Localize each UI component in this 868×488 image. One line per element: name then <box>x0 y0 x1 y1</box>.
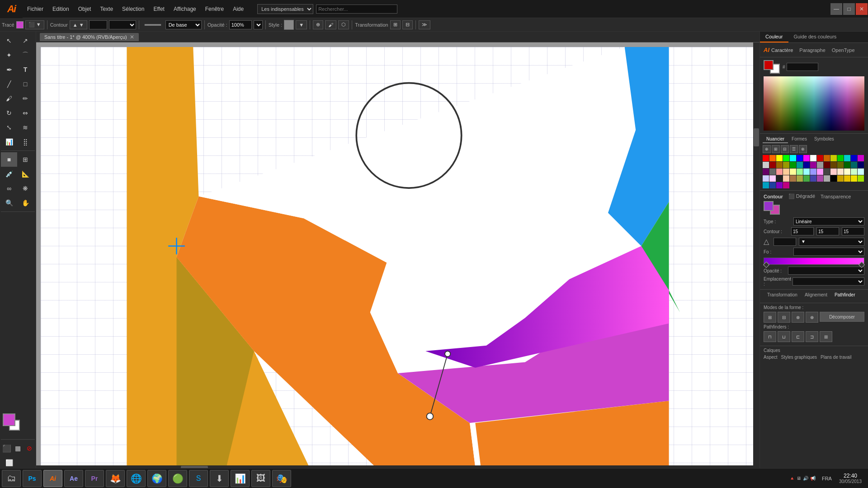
menu-affichage[interactable]: Affichage <box>169 0 201 18</box>
select-tool[interactable]: ↖ <box>1 33 17 48</box>
swatch-cell-14[interactable] <box>858 155 864 161</box>
menu-selection[interactable]: Sélection <box>118 0 149 18</box>
pf-pf-5[interactable]: ⊞ <box>820 331 832 342</box>
tab-nuancier[interactable]: Nuancier <box>763 136 788 143</box>
brush-tool[interactable]: 🖌 <box>1 91 17 106</box>
swatch-cell-5[interactable] <box>797 155 803 161</box>
swatch-cell-26[interactable] <box>837 162 844 168</box>
pf-pf-3[interactable]: ⊏ <box>792 331 804 342</box>
grad-fg-swatch[interactable] <box>764 201 774 211</box>
vertical-scrollbar[interactable] <box>753 42 760 472</box>
graph-tool[interactable]: 📊 <box>1 135 17 149</box>
swatch-cell-18[interactable] <box>783 162 789 168</box>
symbol-tool[interactable]: ❋ <box>17 181 33 196</box>
swatch-cell-48[interactable] <box>783 175 789 182</box>
swatch-cell-11[interactable] <box>837 155 844 161</box>
swatch-cell-9[interactable] <box>824 155 830 161</box>
gradient-mode-btn[interactable]: ▦ <box>12 441 24 455</box>
opacite-select[interactable] <box>788 267 864 275</box>
none-mode-btn[interactable]: ⊘ <box>24 441 35 455</box>
swatch-cell-57[interactable] <box>844 175 850 182</box>
swatch-cell-2[interactable] <box>776 155 783 161</box>
tab-pathfinder[interactable]: Pathfinder <box>831 291 859 299</box>
swatch-cell-55[interactable] <box>830 175 837 182</box>
opacity-input[interactable] <box>229 20 252 29</box>
contour-btn[interactable]: ▲ ▼ <box>70 20 87 29</box>
menu-fenetre[interactable]: Fenêtre <box>201 0 228 18</box>
taskbar-utorrent[interactable]: ⬇ <box>210 470 229 487</box>
taskbar-chrome[interactable]: 🟢 <box>168 470 187 487</box>
swatch-cell-0[interactable] <box>763 155 769 161</box>
magic-wand-tool[interactable]: ✦ <box>1 48 17 62</box>
zoom-tool[interactable]: 🔍 <box>1 196 17 210</box>
swatch-cell-63[interactable] <box>783 182 789 188</box>
blend-tool[interactable]: ∞ <box>1 181 17 196</box>
pf-pf-4[interactable]: ⊐ <box>806 331 818 342</box>
menu-aide[interactable]: Aide <box>228 0 248 18</box>
nuancier-btn-3[interactable]: ⊟ <box>781 145 789 153</box>
taskbar-excel[interactable]: 📊 <box>231 470 250 487</box>
rect-tool[interactable]: □ <box>17 77 33 91</box>
swatch-cell-31[interactable] <box>769 169 776 175</box>
angle-select[interactable]: ▼ <box>799 238 864 246</box>
menu-edition[interactable]: Edition <box>48 0 74 18</box>
swatch-cell-28[interactable] <box>851 162 857 168</box>
mirror-tool[interactable]: ⇔ <box>17 106 33 120</box>
tab-symboles[interactable]: Symboles <box>811 136 838 143</box>
opacity-select[interactable]: ▼ <box>254 20 263 29</box>
pf-mode-4[interactable]: ⊕ <box>806 312 818 323</box>
lasso-tool[interactable]: ⌒ <box>17 48 33 62</box>
swatch-cell-35[interactable] <box>797 169 803 175</box>
color-fg-swatch[interactable] <box>764 60 774 70</box>
hex-input[interactable]: 54DA2D <box>787 63 818 71</box>
nuancier-btn-2[interactable]: ⊞ <box>772 145 780 153</box>
swatch-cell-29[interactable] <box>858 162 864 168</box>
tab-transformation[interactable]: Transformation <box>764 291 801 299</box>
swatch-cell-41[interactable] <box>837 169 844 175</box>
para-label[interactable]: Paragraphe <box>799 47 826 53</box>
swatch-cell-1[interactable] <box>769 155 776 161</box>
swatch-cell-6[interactable] <box>803 155 810 161</box>
swatch-cell-3[interactable] <box>783 155 789 161</box>
swatch-cell-19[interactable] <box>790 162 796 168</box>
style-btn[interactable]: ▼ <box>296 20 307 29</box>
nuancier-btn-4[interactable]: ☰ <box>790 145 798 153</box>
pf-pf-2[interactable]: ⊔ <box>778 331 790 342</box>
transform-btn1[interactable]: ⊞ <box>390 20 401 29</box>
swatch-cell-25[interactable] <box>830 162 837 168</box>
style-preview[interactable] <box>284 20 294 30</box>
foreground-color[interactable] <box>3 413 15 426</box>
contour-input2[interactable] <box>816 227 839 235</box>
swatch-cell-46[interactable] <box>769 175 776 182</box>
type-select[interactable]: Linéaire Radial <box>793 217 864 225</box>
taskbar-explorer[interactable]: 🗂 <box>2 470 21 487</box>
swatch-cell-8[interactable] <box>817 155 823 161</box>
swatch-cell-39[interactable] <box>824 169 830 175</box>
swatch-cell-23[interactable] <box>817 162 823 168</box>
menu-texte[interactable]: Texte <box>95 0 118 18</box>
swatch-cell-42[interactable] <box>844 169 850 175</box>
opentype-label[interactable]: OpenType <box>832 47 855 53</box>
workspace-select[interactable]: Les indispensables <box>257 4 313 14</box>
taskbar-app1[interactable]: 🌍 <box>147 470 166 487</box>
mesh-tool[interactable]: ⊞ <box>17 152 33 167</box>
close-button[interactable]: ✕ <box>856 3 868 15</box>
swatch-cell-22[interactable] <box>810 162 816 168</box>
maximize-button[interactable]: □ <box>843 3 855 15</box>
eyedropper-tool[interactable]: 💉 <box>1 167 17 181</box>
swatch-cell-50[interactable] <box>797 175 803 182</box>
nuancier-btn-5[interactable]: ⊗ <box>799 145 807 153</box>
scale-tool[interactable]: ⤡ <box>1 120 17 135</box>
swatch-cell-17[interactable] <box>776 162 783 168</box>
swatch-cell-61[interactable] <box>769 182 776 188</box>
menu-effet[interactable]: Effet <box>149 0 169 18</box>
taskbar-clock[interactable]: 22:40 30/05/2013 <box>835 473 866 484</box>
swatch-cell-59[interactable] <box>858 175 864 182</box>
taskbar-skype[interactable]: S <box>189 470 208 487</box>
nuancier-btn-1[interactable]: ⊕ <box>763 145 771 153</box>
decompose-btn[interactable]: Décomposer <box>820 312 864 322</box>
brush2-btn[interactable]: ⬡ <box>338 20 349 29</box>
line-tool[interactable]: ╱ <box>1 77 17 91</box>
doc-tab-item[interactable]: Sans titre - 1* @ 400% (RVB/Aperçu) ✕ <box>40 33 139 41</box>
brush-select[interactable]: De base <box>165 20 202 29</box>
